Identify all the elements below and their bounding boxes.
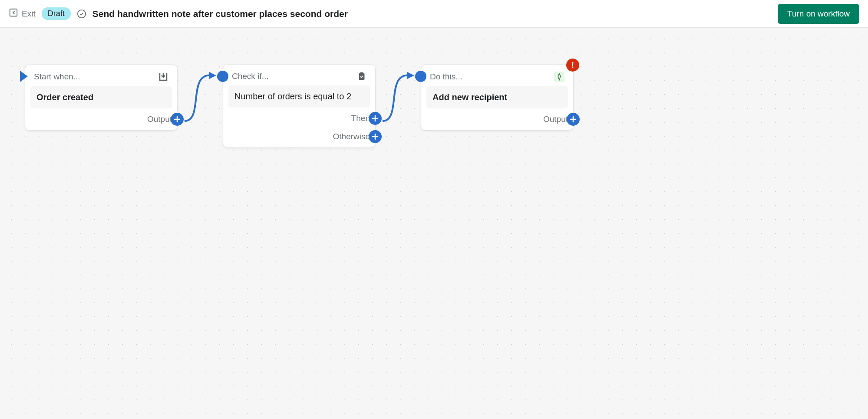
header-bar: Exit Draft Send handwritten note after c… [0,0,868,28]
svg-point-1 [78,10,86,17]
node-header-label: Do this... [430,72,462,82]
add-step-button[interactable] [171,113,184,126]
header-left: Exit Draft Send handwritten note after c… [9,7,348,20]
output-label: Output [147,115,172,124]
start-flag-icon [19,70,29,83]
output-row-then: Then [228,114,370,123]
output-label: Output [543,115,568,124]
exit-label: Exit [22,9,36,19]
exit-icon [9,8,18,20]
node-header-label: Check if... [232,72,268,81]
node-condition[interactable]: Check if... Number of orders is equal to… [223,65,375,147]
output-label-otherwise: Otherwise [333,132,370,141]
node-body-action: Add new recipient [426,86,568,108]
svg-rect-2 [359,73,365,80]
node-body-condition: Number of orders is equal to 2 [228,85,370,108]
node-body-trigger: Order created [30,86,172,108]
status-badge: Draft [42,7,71,20]
node-input-anchor [415,71,426,82]
pen-app-icon [554,72,564,82]
output-row: Output [426,115,568,124]
exit-button[interactable]: Exit [9,8,36,20]
node-header: Do this... [426,71,568,86]
page-title[interactable]: Send handwritten note after customer pla… [92,9,348,19]
alert-icon[interactable]: ! [566,59,579,72]
node-input-anchor [217,71,228,82]
add-step-button[interactable] [567,113,580,126]
add-step-button[interactable] [369,112,382,125]
node-trigger[interactable]: Start when... Order created Output [25,65,177,130]
clipboard-check-icon [357,72,366,81]
add-step-button[interactable] [369,130,382,143]
output-label-then: Then [351,114,370,123]
node-header: Check if... [228,71,370,85]
node-header-label: Start when... [34,72,80,82]
node-outputs: Output [426,108,568,124]
output-row-otherwise: Otherwise [228,132,370,141]
workflow-canvas[interactable]: Start when... Order created Output Chec [0,28,868,419]
checkmark-circle-icon [77,9,86,19]
node-action[interactable]: ! Do this... Add new recipient Output [421,65,573,130]
import-icon [158,72,168,82]
node-outputs: Output [30,108,172,124]
turn-on-workflow-button[interactable]: Turn on workflow [778,4,859,24]
svg-rect-3 [360,72,363,74]
node-header: Start when... [30,71,172,86]
node-outputs: Then Otherwise [228,108,370,141]
output-row: Output [30,115,172,124]
